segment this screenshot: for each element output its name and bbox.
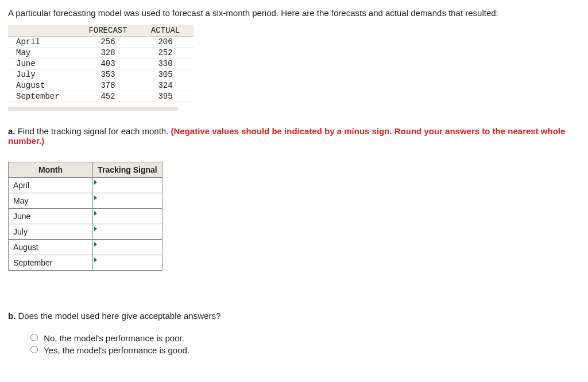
cell-month: July xyxy=(8,69,79,80)
ts-month: September xyxy=(9,255,93,271)
ts-month: April xyxy=(9,178,93,193)
ts-input-april[interactable] xyxy=(93,179,162,192)
table-row: April xyxy=(9,178,163,193)
forecast-actual-table: FORECAST ACTUAL April 256 206 May 328 25… xyxy=(8,25,194,102)
input-marker-icon xyxy=(94,180,97,185)
cell-forecast: 256 xyxy=(79,37,137,48)
table-row: September 452 395 xyxy=(8,91,194,102)
cell-month: May xyxy=(8,48,79,59)
cell-actual: 395 xyxy=(137,91,194,102)
col-blank xyxy=(8,25,79,37)
th-month: Month xyxy=(9,162,93,178)
cell-forecast: 328 xyxy=(79,48,137,59)
cell-month: August xyxy=(8,80,79,91)
cell-actual: 252 xyxy=(137,48,194,59)
ts-month: June xyxy=(9,209,93,224)
tracking-signal-table: Month Tracking Signal April May June Jul… xyxy=(8,162,163,271)
radio-no-label: No, the model's performance is poor. xyxy=(44,333,184,343)
cell-forecast: 452 xyxy=(79,91,137,102)
cell-actual: 305 xyxy=(137,69,194,80)
input-marker-icon xyxy=(94,227,97,231)
part-a-label: a. xyxy=(8,126,16,136)
cell-actual: 330 xyxy=(137,59,194,69)
table-row: September xyxy=(9,255,163,271)
ts-input-may[interactable] xyxy=(93,194,162,207)
ts-input-cell[interactable] xyxy=(93,193,163,209)
cell-forecast: 378 xyxy=(79,80,137,91)
table-row: June xyxy=(9,209,163,224)
ts-input-july[interactable] xyxy=(93,225,162,238)
radio-option-no[interactable]: No, the model's performance is poor. xyxy=(28,332,580,343)
cell-forecast: 353 xyxy=(79,69,137,80)
table-row: August 378 324 xyxy=(8,80,194,91)
scroll-bar-bg xyxy=(8,107,178,111)
ts-input-cell[interactable] xyxy=(93,178,163,193)
table-row: April 256 206 xyxy=(8,37,194,48)
ts-input-cell[interactable] xyxy=(93,224,163,240)
table-row: June 403 330 xyxy=(8,59,194,69)
part-b-text: Does the model used here give acceptable… xyxy=(16,311,220,321)
cell-actual: 324 xyxy=(137,80,194,91)
col-actual: ACTUAL xyxy=(137,25,194,37)
ts-input-cell[interactable] xyxy=(93,255,163,271)
ts-input-cell[interactable] xyxy=(93,240,163,255)
th-tracking-signal: Tracking Signal xyxy=(93,162,163,178)
cell-forecast: 403 xyxy=(79,59,137,69)
table-row: May 328 252 xyxy=(8,48,194,59)
input-marker-icon xyxy=(94,242,97,247)
radio-no[interactable] xyxy=(30,334,38,341)
cell-month: April xyxy=(8,37,79,48)
ts-input-cell[interactable] xyxy=(93,209,163,224)
table-row: July 353 305 xyxy=(8,69,194,80)
table-row: May xyxy=(9,193,163,209)
radio-option-yes[interactable]: Yes, the model's performance is good. xyxy=(28,344,580,355)
ts-month: May xyxy=(9,193,93,209)
part-a: a. Find the tracking signal for each mon… xyxy=(8,126,580,271)
input-marker-icon xyxy=(94,211,97,216)
problem-intro: A particular forecasting model was used … xyxy=(8,8,580,18)
cell-month: June xyxy=(8,59,79,69)
radio-yes[interactable] xyxy=(30,346,38,353)
input-marker-icon xyxy=(94,196,97,200)
ts-month: August xyxy=(9,240,93,255)
ts-input-august[interactable] xyxy=(93,241,162,254)
part-a-text: Find the tracking signal for each month. xyxy=(16,126,171,136)
radio-yes-label: Yes, the model's performance is good. xyxy=(44,345,189,355)
cell-month: September xyxy=(8,91,79,102)
ts-month: July xyxy=(9,224,93,240)
cell-actual: 206 xyxy=(137,37,194,48)
col-forecast: FORECAST xyxy=(79,25,137,37)
ts-input-june[interactable] xyxy=(93,210,162,223)
part-b-label: b. xyxy=(8,311,16,321)
table-row: August xyxy=(9,240,163,255)
part-b: b. Does the model used here give accepta… xyxy=(8,311,580,355)
input-marker-icon xyxy=(94,258,97,262)
table-row: July xyxy=(9,224,163,240)
ts-input-september[interactable] xyxy=(93,256,162,269)
